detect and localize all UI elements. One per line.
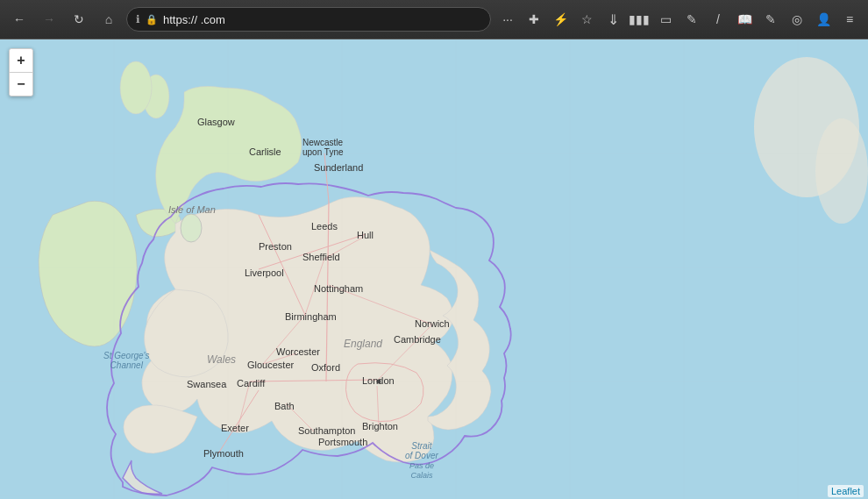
star-button[interactable]: ☆ xyxy=(575,8,598,31)
library-button[interactable]: ▮▮▮ xyxy=(628,8,651,31)
book-button[interactable]: 📖 xyxy=(733,8,756,31)
leaflet-link[interactable]: Leaflet xyxy=(831,486,860,496)
download-button[interactable]: ⇓ xyxy=(601,8,624,31)
url-text: https:// .com xyxy=(163,13,225,26)
screenshot-button[interactable]: ◎ xyxy=(786,8,808,31)
menu-button[interactable]: ≡ xyxy=(838,8,861,31)
pocket-button[interactable]: ✚ xyxy=(523,8,545,31)
lightning-button[interactable]: ⚡ xyxy=(549,8,572,31)
reload-button[interactable]: ↻ xyxy=(67,7,91,32)
forward-button[interactable]: → xyxy=(37,7,61,32)
zoom-out-button[interactable]: − xyxy=(10,73,32,96)
svg-point-22 xyxy=(181,214,202,242)
home-button[interactable]: ⌂ xyxy=(96,7,121,32)
zoom-controls: + − xyxy=(9,48,33,96)
pen-button[interactable]: ✎ xyxy=(759,8,782,31)
avatar-button[interactable]: 👤 xyxy=(812,8,835,31)
more-button[interactable]: ··· xyxy=(496,8,519,31)
address-bar[interactable]: ℹ 🔒 https:// .com xyxy=(126,7,491,32)
toolbar-icons: ··· ✚ ⚡ ☆ ⇓ ▮▮▮ ▭ ✎ / 📖 ✎ ◎ 👤 ≡ xyxy=(496,8,861,31)
browser-chrome: ← → ↻ ⌂ ℹ 🔒 https:// .com ··· ✚ ⚡ ☆ ⇓ ▮▮… xyxy=(0,0,868,39)
zoom-in-button[interactable]: + xyxy=(10,49,32,72)
lock-icon: 🔒 xyxy=(146,14,158,25)
svg-point-4 xyxy=(120,61,152,114)
leaflet-attribution[interactable]: Leaflet xyxy=(828,485,864,497)
map-container[interactable]: Glasgow Newcastleupon Tyne Sunderland Ca… xyxy=(0,39,868,499)
reader-button[interactable]: ▭ xyxy=(654,8,677,31)
highlight-button[interactable]: / xyxy=(707,8,729,31)
back-button[interactable]: ← xyxy=(7,7,32,32)
pencil-button[interactable]: ✎ xyxy=(680,8,703,31)
map-svg xyxy=(0,39,868,499)
svg-point-2 xyxy=(815,118,868,224)
info-icon: ℹ xyxy=(136,13,140,25)
